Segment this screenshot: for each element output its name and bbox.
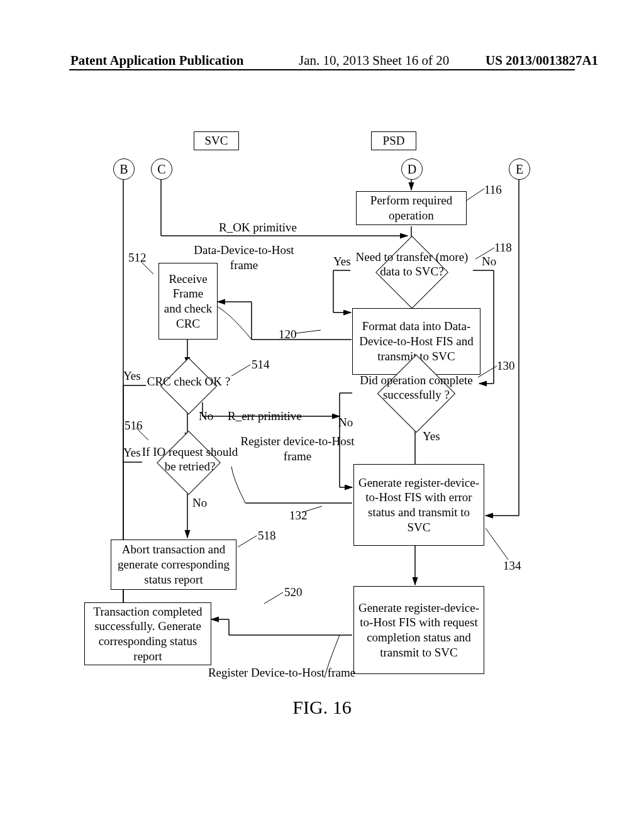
svg-line-35 bbox=[486, 528, 508, 560]
box-518: Abort transaction and generate correspon… bbox=[111, 540, 236, 590]
diamond-514-text: CRC check OK ? bbox=[146, 375, 231, 389]
header-rule bbox=[69, 69, 575, 70]
header-left: Patent Application Publication bbox=[70, 53, 243, 69]
page: Patent Application Publication Jan. 10, … bbox=[0, 0, 644, 830]
d118-no: No bbox=[482, 254, 496, 269]
header-mid: Jan. 10, 2013 Sheet 16 of 20 bbox=[299, 53, 449, 69]
box-512: Receive Frame and check CRC bbox=[158, 263, 218, 340]
d130-no: No bbox=[338, 415, 353, 430]
box-134: Generate register-device-to-Host FIS wit… bbox=[353, 586, 484, 674]
svg-line-34 bbox=[478, 366, 497, 377]
ref-134: 134 bbox=[503, 558, 521, 573]
ref-132: 132 bbox=[289, 508, 308, 523]
d514-no: No bbox=[199, 409, 213, 424]
svg-line-37 bbox=[231, 365, 250, 376]
connector-B: B bbox=[113, 158, 135, 180]
d130-yes: Yes bbox=[423, 429, 440, 444]
svg-line-32 bbox=[465, 189, 484, 201]
rok-label: R_OK primitive bbox=[219, 220, 297, 235]
svg-line-39 bbox=[238, 536, 257, 547]
diamond-118-text: Need to transfer (more) data to SVC? bbox=[353, 250, 470, 279]
d514-yes: Yes bbox=[123, 368, 141, 384]
box-132: Generate register-device-to-Host FIS wit… bbox=[353, 464, 484, 546]
ref-120: 120 bbox=[279, 327, 297, 342]
ref-118: 118 bbox=[494, 240, 512, 255]
svg-line-41 bbox=[296, 330, 321, 333]
ref-520: 520 bbox=[284, 585, 303, 600]
diamond-130-text: Did operation complete successfully ? bbox=[352, 374, 480, 402]
d516-no: No bbox=[192, 495, 207, 511]
ref-518: 518 bbox=[258, 528, 276, 543]
connector-C: C bbox=[151, 158, 172, 180]
ref-512: 512 bbox=[128, 250, 147, 265]
header-right: US 2013/0013827A1 bbox=[486, 53, 598, 69]
rdh1-label: Register device-to-Host frame bbox=[231, 434, 364, 464]
d118-yes: Yes bbox=[333, 254, 351, 269]
psd-box: PSD bbox=[371, 131, 416, 150]
svc-box: SVC bbox=[194, 131, 239, 150]
diamond-516-text: If IO request should be retried? bbox=[141, 445, 239, 474]
box-116: Perform required operation bbox=[356, 191, 467, 225]
connector-D: D bbox=[401, 158, 423, 180]
connector-E: E bbox=[509, 158, 530, 180]
rdh2-label: Register Device-to-Host frame bbox=[200, 665, 364, 680]
figure-label: FIG. 16 bbox=[0, 697, 644, 718]
d516-yes: Yes bbox=[123, 445, 141, 460]
ref-116: 116 bbox=[484, 182, 502, 197]
ref-130: 130 bbox=[497, 358, 515, 374]
box-520: Transaction completed successfully. Gene… bbox=[84, 602, 211, 665]
svg-line-40 bbox=[264, 592, 283, 604]
rerr-label: R_err primitive bbox=[228, 409, 302, 424]
ref-514: 514 bbox=[252, 357, 270, 372]
ref-516: 516 bbox=[125, 418, 143, 433]
